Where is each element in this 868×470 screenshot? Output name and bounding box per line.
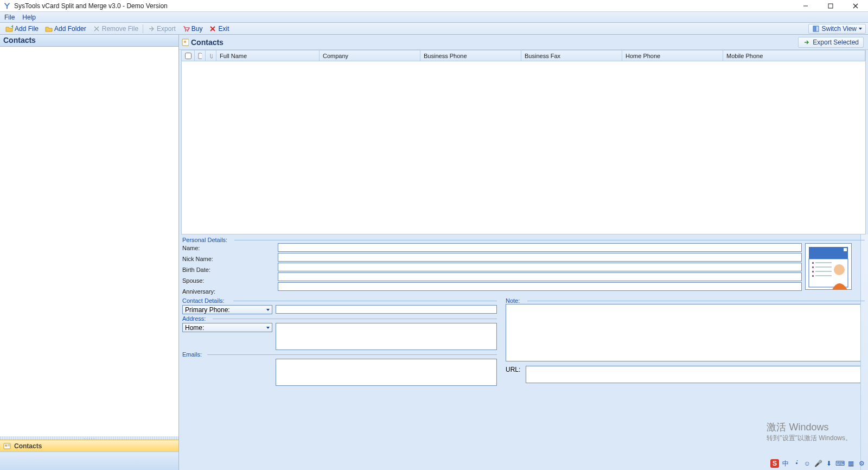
export-label: Export — [157, 25, 176, 33]
details-scrollbar[interactable] — [860, 234, 868, 470]
cart-icon — [182, 25, 190, 33]
contact-details-group: Contact Details: — [182, 297, 497, 304]
switch-view-button[interactable]: Switch View — [808, 24, 866, 34]
nick-name-input[interactable] — [278, 253, 802, 262]
svg-rect-11 — [813, 26, 815, 31]
export-icon — [148, 25, 155, 33]
svg-rect-16 — [8, 446, 10, 446]
column-checkbox[interactable] — [182, 50, 195, 61]
export-button[interactable]: Export — [144, 24, 179, 33]
svg-point-7 — [185, 30, 186, 31]
tray-icon-1[interactable]: •́ — [792, 459, 801, 468]
chevron-down-icon — [859, 28, 862, 30]
switch-view-label: Switch View — [822, 25, 857, 33]
personal-details-group: Personal Details: — [182, 237, 865, 243]
exit-button[interactable]: Exit — [206, 24, 232, 33]
left-pane-header: Contacts — [0, 35, 178, 47]
url-label: URL: — [506, 366, 520, 373]
menu-help[interactable]: Help — [22, 14, 36, 21]
export-selected-label: Export Selected — [813, 39, 859, 46]
svg-rect-26 — [812, 271, 814, 272]
remove-icon — [93, 25, 100, 33]
nav-contacts-label: Contacts — [14, 442, 42, 450]
tray-tool-icon[interactable]: ⚙ — [857, 459, 866, 468]
buy-label: Buy — [192, 25, 203, 33]
menubar: File Help — [0, 12, 868, 23]
svg-point-30 — [834, 264, 845, 275]
contacts-tree[interactable] — [0, 47, 178, 436]
select-all-checkbox[interactable] — [185, 53, 192, 59]
add-file-button[interactable]: + Add File — [2, 24, 42, 33]
svg-rect-12 — [816, 26, 819, 31]
column-doc-icon[interactable] — [195, 50, 206, 61]
svg-rect-15 — [8, 444, 10, 445]
add-folder-label: Add Folder — [54, 25, 86, 33]
add-file-label: Add File — [15, 25, 39, 33]
tray-mic-icon[interactable]: 🎤 — [814, 459, 822, 468]
toolbar-separator — [143, 24, 143, 33]
emails-input[interactable] — [276, 359, 497, 386]
svg-point-14 — [5, 444, 7, 447]
name-label: Name: — [182, 245, 200, 251]
spouse-label: Spouse: — [182, 277, 204, 284]
svg-rect-19 — [809, 247, 848, 259]
exit-icon — [209, 25, 216, 33]
left-pane: Contacts · · · · · Contacts — [0, 35, 179, 470]
export-selected-icon — [803, 39, 810, 46]
address-input[interactable] — [276, 323, 497, 350]
column-full-name[interactable]: Full Name — [216, 50, 320, 61]
column-business-phone[interactable]: Business Phone — [420, 50, 521, 61]
name-input[interactable] — [278, 243, 802, 252]
anniversary-input[interactable] — [278, 282, 802, 291]
titlebar: SysTools vCard Split and Merge v3.0 - De… — [0, 0, 868, 12]
svg-rect-27 — [815, 271, 832, 272]
ime-language-icon[interactable]: 中 — [781, 459, 790, 468]
nav-contacts[interactable]: Contacts — [0, 440, 178, 452]
add-folder-button[interactable]: Add Folder — [42, 24, 90, 33]
left-pane-footer — [0, 452, 178, 470]
folder-plus-icon: + — [5, 25, 13, 33]
column-business-fax[interactable]: Business Fax — [521, 50, 622, 61]
svg-point-8 — [187, 30, 188, 31]
svg-rect-1 — [828, 4, 833, 8]
sogou-ime-icon[interactable]: S — [770, 459, 779, 468]
column-home-phone[interactable]: Home Phone — [622, 50, 723, 61]
buy-button[interactable]: Buy — [179, 24, 206, 33]
exit-label: Exit — [218, 25, 229, 33]
menu-file[interactable]: File — [4, 14, 15, 21]
column-mobile-phone[interactable]: Mobile Phone — [723, 50, 865, 61]
table-body[interactable] — [182, 61, 865, 234]
url-input[interactable] — [526, 366, 865, 383]
tray-grid-icon[interactable]: ▦ — [846, 459, 855, 468]
maximize-button[interactable] — [818, 0, 843, 12]
primary-phone-combo[interactable]: Primary Phone: — [182, 305, 272, 314]
svg-rect-25 — [815, 266, 832, 268]
tray-smile-icon[interactable]: ☺ — [803, 459, 812, 468]
tray-download-icon[interactable]: ⬇ — [825, 459, 833, 468]
column-attachment-icon[interactable] — [206, 50, 216, 61]
document-icon — [198, 53, 202, 59]
layout-icon — [812, 25, 820, 33]
column-company[interactable]: Company — [320, 50, 420, 61]
address-type-label: Home: — [185, 324, 204, 332]
tray-keyboard-icon[interactable]: ⌨ — [835, 459, 844, 468]
anniversary-label: Anniversary: — [182, 288, 215, 295]
svg-rect-28 — [812, 275, 814, 277]
minimize-button[interactable] — [793, 0, 818, 12]
remove-file-button[interactable]: Remove File — [90, 24, 142, 33]
primary-phone-input[interactable] — [276, 305, 497, 314]
address-type-combo[interactable]: Home: — [182, 323, 272, 332]
birth-date-input[interactable] — [278, 263, 802, 271]
primary-phone-combo-label: Primary Phone: — [185, 306, 230, 314]
main-area: Contacts · · · · · Contacts Contacts Exp… — [0, 35, 868, 470]
emails-group: Emails: — [182, 351, 497, 358]
spouse-input[interactable] — [278, 272, 802, 281]
toolbar: + Add File Add Folder Remove File Export… — [0, 23, 868, 35]
birth-date-label: Birth Date: — [182, 266, 210, 273]
contact-photo — [805, 243, 852, 290]
note-input[interactable] — [506, 304, 865, 361]
close-button[interactable] — [843, 0, 868, 12]
contacts-header: Contacts Export Selected — [179, 35, 868, 50]
export-selected-button[interactable]: Export Selected — [798, 37, 864, 48]
svg-rect-20 — [844, 248, 847, 251]
